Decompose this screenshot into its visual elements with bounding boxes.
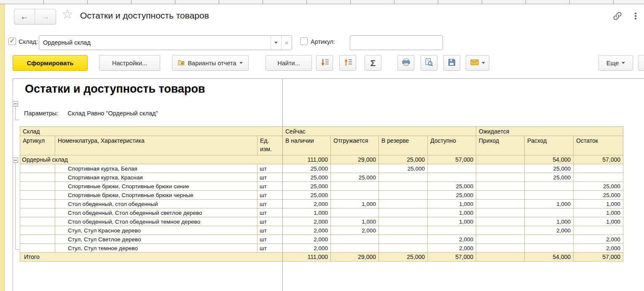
- cell-article[interactable]: [20, 164, 55, 173]
- total-row-value-4[interactable]: [476, 253, 525, 262]
- group-row-value-6[interactable]: 57,000: [574, 155, 623, 164]
- row-2-value-1[interactable]: [331, 182, 379, 191]
- column-header-rashod[interactable]: Расход: [525, 136, 574, 155]
- row-8-value-0[interactable]: 2,000: [283, 235, 331, 244]
- group-row-value-4[interactable]: [476, 155, 525, 164]
- more-button[interactable]: Еще: [598, 55, 633, 71]
- row-7-value-6[interactable]: [574, 226, 623, 235]
- column-header-ed-izm[interactable]: Ед. изм.: [258, 136, 283, 155]
- group-row-value-3[interactable]: 57,000: [428, 155, 476, 164]
- parameters-collapse-button[interactable]: [13, 101, 18, 107]
- row-8-value-4[interactable]: [476, 235, 525, 244]
- print-button[interactable]: [397, 55, 414, 71]
- column-header-ostatok[interactable]: Остаток: [574, 136, 623, 155]
- cell-unit[interactable]: шт: [258, 200, 283, 208]
- group-row-label[interactable]: Ордерный склад: [20, 155, 283, 164]
- article-filter-checkbox[interactable]: [300, 37, 308, 45]
- cell-nomenclature[interactable]: Стул, Стул Светлое дерево: [55, 235, 258, 244]
- cell-unit[interactable]: шт: [258, 217, 283, 226]
- row-6-value-6[interactable]: 1,000: [574, 217, 623, 226]
- clipped-edge-button[interactable]: [638, 55, 644, 71]
- row-6-value-5[interactable]: 1,000: [525, 217, 574, 226]
- row-1-value-2[interactable]: [379, 173, 428, 182]
- row-4-value-3[interactable]: 1,000: [428, 200, 476, 208]
- find-button[interactable]: Найти...: [266, 55, 312, 71]
- total-row-value-2[interactable]: 25,000: [379, 253, 428, 262]
- column-header-v-nalichii[interactable]: В наличии: [283, 136, 331, 155]
- row-3-value-3[interactable]: 25,000: [428, 191, 476, 200]
- row-2-value-6[interactable]: 25,000: [574, 182, 623, 191]
- send-email-button[interactable]: [466, 55, 489, 71]
- row-0-value-4[interactable]: [476, 164, 525, 173]
- row-5-value-0[interactable]: 1,000: [283, 208, 331, 217]
- row-2-value-3[interactable]: 25,000: [428, 182, 476, 191]
- sum-button[interactable]: Σ: [365, 55, 381, 71]
- row-2-value-2[interactable]: [379, 182, 428, 191]
- row-9-value-4[interactable]: [476, 244, 525, 253]
- row-9-value-0[interactable]: 2,000: [283, 244, 331, 253]
- cell-unit[interactable]: шт: [258, 235, 283, 244]
- total-row-value-0[interactable]: 111,000: [283, 253, 331, 262]
- cell-nomenclature[interactable]: Стол обеденный, Стол обеденный темное де…: [55, 217, 258, 226]
- row-8-value-5[interactable]: [525, 235, 574, 244]
- row-4-value-2[interactable]: [379, 200, 428, 208]
- row-6-value-2[interactable]: [379, 217, 428, 226]
- cell-unit[interactable]: шт: [258, 173, 283, 182]
- group-row-value-1[interactable]: 29,000: [331, 155, 379, 164]
- row-2-value-4[interactable]: [476, 182, 525, 191]
- row-3-value-1[interactable]: [331, 191, 379, 200]
- row-5-value-3[interactable]: 1,000: [428, 208, 476, 217]
- article-input[interactable]: [350, 35, 443, 50]
- row-1-value-6[interactable]: [574, 173, 623, 182]
- row-3-value-5[interactable]: [525, 191, 574, 200]
- row-0-value-6[interactable]: [574, 164, 623, 173]
- row-7-value-4[interactable]: [476, 226, 525, 235]
- row-8-value-2[interactable]: [379, 235, 428, 244]
- row-8-value-1[interactable]: [331, 235, 379, 244]
- cell-nomenclature[interactable]: Спортивные брюки, Спортивные брюки черны…: [55, 191, 258, 200]
- row-5-value-4[interactable]: [476, 208, 525, 217]
- cell-article[interactable]: [20, 208, 55, 217]
- row-0-value-2[interactable]: 25,000: [379, 164, 428, 173]
- cell-unit[interactable]: шт: [258, 182, 283, 191]
- row-0-value-3[interactable]: [428, 164, 476, 173]
- cell-nomenclature[interactable]: Спортивные брюки, Спортивные брюки синие: [55, 182, 258, 191]
- warehouse-input[interactable]: Ордерный склад ×: [39, 35, 292, 50]
- row-0-value-0[interactable]: 25,000: [283, 164, 331, 173]
- forward-button[interactable]: →: [35, 9, 56, 24]
- favorite-star-icon[interactable]: ☆: [62, 8, 73, 21]
- cell-nomenclature[interactable]: Стол обеденный, стол обеденный: [55, 200, 258, 208]
- back-button[interactable]: ←: [14, 9, 35, 24]
- group-row-value-0[interactable]: 111,000: [283, 155, 331, 164]
- total-row-value-6[interactable]: 57,000: [574, 253, 623, 262]
- warehouse-clear-button[interactable]: ×: [281, 36, 292, 50]
- column-freeze-line[interactable]: [282, 79, 283, 291]
- group-collapse-button[interactable]: [13, 158, 18, 163]
- row-1-value-5[interactable]: 25,000: [525, 173, 574, 182]
- get-link-icon[interactable]: [612, 11, 623, 21]
- row-9-value-6[interactable]: 2,000: [574, 244, 623, 253]
- row-4-value-5[interactable]: 1,000: [525, 200, 574, 208]
- cell-article[interactable]: [20, 182, 55, 191]
- cell-unit[interactable]: шт: [258, 244, 283, 253]
- row-9-value-5[interactable]: [525, 244, 574, 253]
- row-6-value-0[interactable]: 2,000: [283, 217, 331, 226]
- column-header-dostupno[interactable]: Доступно: [428, 136, 476, 155]
- warehouse-filter-checkbox[interactable]: ✓: [8, 37, 16, 45]
- row-4-value-0[interactable]: 2,000: [283, 200, 331, 208]
- total-row-value-1[interactable]: 29,000: [331, 253, 379, 262]
- row-7-value-2[interactable]: [379, 226, 428, 235]
- column-header-prihod[interactable]: Приход: [476, 136, 525, 155]
- cell-nomenclature[interactable]: Спортивная куртка, Красная: [55, 173, 258, 182]
- row-3-value-2[interactable]: [379, 191, 428, 200]
- row-9-value-1[interactable]: [331, 244, 379, 253]
- cell-nomenclature[interactable]: Стул, Стул Красное дерево: [55, 226, 258, 235]
- column-group-seychas[interactable]: Сейчас: [283, 127, 476, 136]
- row-0-value-5[interactable]: 25,000: [525, 164, 574, 173]
- sort-ascending-button[interactable]: [339, 55, 356, 71]
- row-1-value-4[interactable]: [476, 173, 525, 182]
- total-row-label[interactable]: Итого: [20, 253, 283, 262]
- cell-nomenclature[interactable]: Стул, Стул темное дерево: [55, 244, 258, 253]
- cell-article[interactable]: [20, 244, 55, 253]
- row-7-value-0[interactable]: 2,000: [283, 226, 331, 235]
